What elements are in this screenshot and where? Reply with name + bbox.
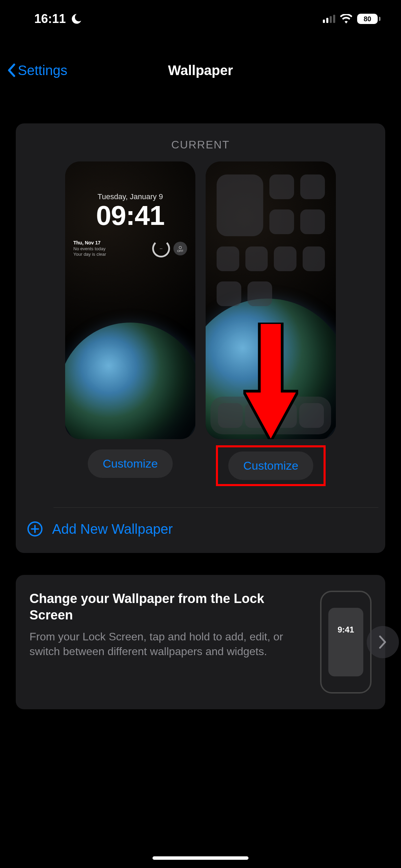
cellular-signal-icon [323, 15, 335, 23]
current-section-label: CURRENT [16, 123, 385, 161]
back-button[interactable]: Settings [7, 55, 68, 86]
widget-line1: Thu, Nov 17 [73, 240, 149, 246]
status-time: 16:11 [34, 12, 66, 26]
status-left: 16:11 [34, 12, 82, 26]
annotation-highlight-box: Customize [216, 445, 326, 486]
progress-ring-icon: -- [152, 240, 170, 257]
back-label: Settings [18, 63, 68, 78]
customize-homescreen-button[interactable]: Customize [228, 451, 314, 480]
battery-percent: 80 [364, 15, 371, 23]
lockscreen-widgets: Thu, Nov 17 No events today Your day is … [73, 240, 187, 257]
info-next-button[interactable] [367, 626, 399, 658]
page-title: Wallpaper [168, 63, 233, 78]
lockscreen-time: 09:41 [65, 200, 195, 231]
mini-phone-time: 9:41 [338, 625, 354, 635]
do-not-disturb-icon [71, 13, 82, 25]
change-from-lockscreen-card: Change your Wallpaper from the Lock Scre… [16, 575, 385, 709]
lockscreen-preview[interactable]: Tuesday, January 9 09:41 Thu, Nov 17 No … [65, 161, 195, 439]
battery-indicator: 80 [357, 14, 380, 24]
alarm-toggle-icon: OFF [173, 242, 187, 255]
info-card-body: From your Lock Screen, tap and hold to a… [29, 629, 309, 659]
chevron-right-icon [378, 635, 388, 649]
status-bar: 16:11 80 [0, 0, 401, 38]
widget-line2: No events today [73, 246, 149, 252]
plus-circle-icon [27, 521, 43, 537]
customize-lockscreen-button[interactable]: Customize [88, 449, 173, 478]
add-new-wallpaper-button[interactable]: Add New Wallpaper [16, 508, 385, 553]
mini-phone-illustration: 9:41 [320, 591, 372, 694]
homescreen-dock [210, 397, 331, 434]
wifi-icon [340, 14, 352, 24]
info-card-title: Change your Wallpaper from the Lock Scre… [29, 591, 309, 623]
nav-bar: Settings Wallpaper [0, 55, 401, 86]
earth-image [65, 323, 195, 439]
chevron-left-icon [7, 63, 16, 77]
current-wallpaper-card: CURRENT Tuesday, January 9 09:41 Thu, No… [16, 123, 385, 553]
add-new-label: Add New Wallpaper [52, 521, 173, 537]
status-right: 80 [323, 14, 380, 24]
home-indicator[interactable] [153, 856, 248, 860]
homescreen-preview[interactable] [206, 161, 336, 439]
widget-line3: Your day is clear [73, 252, 149, 257]
